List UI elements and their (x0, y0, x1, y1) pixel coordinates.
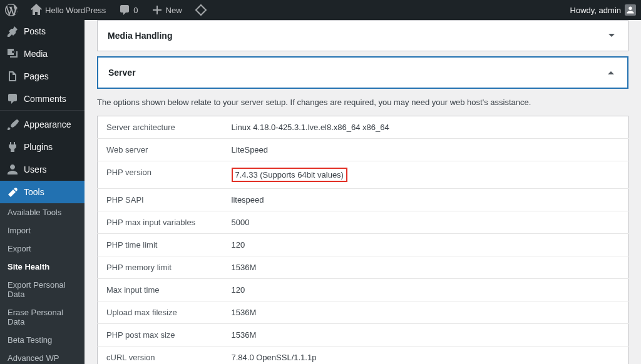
label: Max input time (98, 279, 223, 301)
php-version-value: 7.4.33 (Supports 64bit values) (232, 168, 347, 182)
main-content: Media Handling Server The options shown … (85, 20, 641, 364)
label: Posts (24, 26, 46, 36)
label: Web server (98, 139, 223, 161)
panel-title: Server (108, 68, 136, 78)
label: PHP post max size (98, 324, 223, 346)
label: PHP SAPI (98, 189, 223, 211)
comment-icon (118, 4, 131, 16)
howdy-label[interactable]: Howdy, admin (570, 6, 621, 15)
wrench-icon (6, 186, 19, 198)
comments-count: 0 (133, 6, 138, 15)
toolbar-site[interactable]: Hello WordPress (25, 0, 111, 20)
sidebar-item-plugins[interactable]: Plugins (0, 136, 85, 158)
submenu-sitehealth[interactable]: Site Health (0, 258, 85, 276)
value: 120 (223, 279, 628, 301)
label: PHP version (98, 161, 223, 189)
admin-sidebar: Posts Media Pages Comments Appearance Pl… (0, 20, 85, 364)
label: Comments (24, 94, 66, 104)
user-icon (626, 6, 635, 14)
label: Pages (24, 71, 49, 81)
sidebar-item-pages[interactable]: Pages (0, 65, 85, 88)
wp-logo[interactable] (0, 0, 23, 20)
panel-server: Server (97, 56, 628, 89)
value: 5000 (223, 211, 628, 234)
submenu-advreset[interactable]: Advanced WP Reset (0, 349, 85, 364)
row-sapi: PHP SAPIlitespeed (98, 189, 628, 211)
pages-icon (6, 70, 19, 83)
admin-toolbar: Hello WordPress 0 New Howdy, admin (0, 0, 641, 20)
plugin-icon (6, 141, 19, 153)
label: cURL version (98, 346, 223, 365)
row-memlimit: PHP memory limit1536M (98, 256, 628, 279)
label: Tools (24, 187, 44, 197)
server-info-table: Server architectureLinux 4.18.0-425.3.1.… (97, 116, 628, 364)
chevron-down-icon (605, 29, 618, 42)
row-maxinputtime: Max input time120 (98, 279, 628, 301)
home-icon (30, 4, 43, 16)
label: Plugins (24, 142, 53, 152)
label: Upload max filesize (98, 301, 223, 324)
new-label: New (166, 6, 182, 15)
chevron-up-icon (605, 66, 617, 79)
label: Appearance (24, 119, 71, 129)
diamond-icon (195, 4, 207, 16)
row-phpversion: PHP version7.4.33 (Supports 64bit values… (98, 161, 628, 189)
row-postmax: PHP post max size1536M (98, 324, 628, 346)
row-uploadmax: Upload max filesize1536M (98, 301, 628, 324)
avatar[interactable] (625, 4, 636, 16)
submenu-beta[interactable]: Beta Testing (0, 331, 85, 349)
submenu-import[interactable]: Import (0, 221, 85, 240)
sidebar-item-appearance[interactable]: Appearance (0, 113, 85, 136)
brush-icon (6, 118, 19, 131)
user-icon (6, 163, 19, 176)
site-name: Hello WordPress (45, 6, 106, 15)
value: LiteSpeed (223, 139, 628, 161)
wordpress-icon (5, 4, 18, 16)
pin-icon (6, 25, 19, 38)
label: PHP memory limit (98, 256, 223, 279)
label: Users (24, 164, 47, 174)
tools-submenu: Available Tools Import Export Site Healt… (0, 203, 85, 364)
label: Media (24, 49, 48, 59)
panel-media-handling: Media Handling (97, 20, 628, 51)
label: Server architecture (98, 116, 223, 139)
sidebar-item-posts[interactable]: Posts (0, 20, 85, 43)
row-architecture: Server architectureLinux 4.18.0-425.3.1.… (98, 116, 628, 139)
toolbar-diamond[interactable] (190, 0, 212, 20)
row-timelimit: PHP time limit120 (98, 234, 628, 256)
label: PHP max input variables (98, 211, 223, 234)
value: litespeed (223, 189, 628, 211)
row-webserver: Web serverLiteSpeed (98, 139, 628, 161)
toolbar-new[interactable]: New (146, 0, 187, 20)
row-maxinputvars: PHP max input variables5000 (98, 211, 628, 234)
toolbar-comments[interactable]: 0 (113, 0, 143, 20)
plus-icon (151, 4, 163, 16)
label: PHP time limit (98, 234, 223, 256)
value: 1536M (223, 301, 628, 324)
value: Linux 4.18.0-425.3.1.lve.el8.x86_64 x86_… (223, 116, 628, 139)
value: 1536M (223, 256, 628, 279)
value: 1536M (223, 324, 628, 346)
sidebar-item-tools[interactable]: Tools (0, 181, 85, 203)
sidebar-item-media[interactable]: Media (0, 43, 85, 65)
submenu-exportpd[interactable]: Export Personal Data (0, 276, 85, 303)
submenu-erasepd[interactable]: Erase Personal Data (0, 303, 85, 331)
value: 120 (223, 234, 628, 256)
panel-title: Media Handling (108, 31, 172, 41)
submenu-available[interactable]: Available Tools (0, 203, 85, 221)
sidebar-item-comments[interactable]: Comments (0, 88, 85, 110)
row-curl: cURL version7.84.0 OpenSSL/1.1.1p (98, 346, 628, 365)
comment-icon (6, 93, 19, 105)
panel-head-server[interactable]: Server (98, 58, 627, 88)
panel-head-media[interactable]: Media Handling (98, 21, 628, 51)
server-intro: The options shown below relate to your s… (97, 89, 628, 116)
media-icon (6, 48, 19, 60)
submenu-export[interactable]: Export (0, 240, 85, 258)
sidebar-item-users[interactable]: Users (0, 158, 85, 181)
value: 7.84.0 OpenSSL/1.1.1p (223, 346, 628, 365)
